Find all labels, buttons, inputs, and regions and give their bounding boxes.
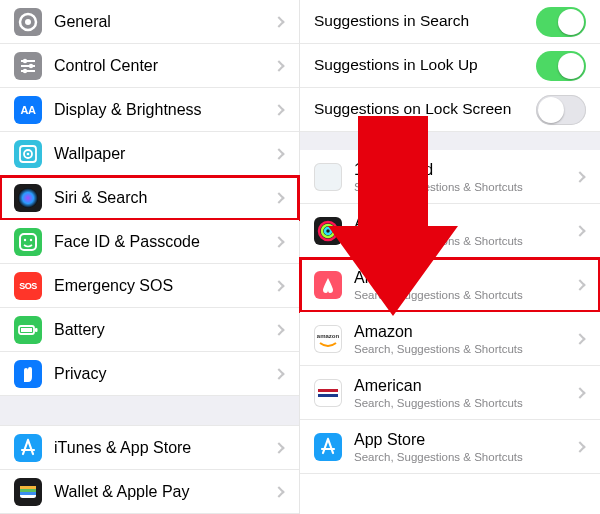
app-sub: Search, Suggestions & Shortcuts [354,451,576,463]
app-sub: Search, Suggestions & Shortcuts [354,181,576,193]
toggle-switch[interactable] [536,95,586,125]
settings-row-itunes-app-store[interactable]: iTunes & App Store [0,426,299,470]
gear-icon [14,8,42,36]
chevron-right-icon [273,16,284,27]
svg-point-1 [25,19,31,25]
settings-row-general[interactable]: General [0,0,299,44]
chevron-right-icon [574,387,585,398]
row-label: Face ID & Passcode [54,232,275,251]
svg-rect-19 [20,486,36,489]
chevron-right-icon [273,486,284,497]
app-name: Airbnb [354,268,576,287]
row-label: Privacy [54,364,275,383]
row-label: Battery [54,320,275,339]
row-label: iTunes & App Store [54,438,275,457]
toggle-switch[interactable] [536,51,586,81]
app-row-amazon[interactable]: amazon Amazon Search, Suggestions & Shor… [300,312,600,366]
appstore-icon [14,434,42,462]
app-row-airbnb[interactable]: Airbnb Search, Suggestions & Shortcuts [300,258,600,312]
svg-point-10 [27,152,30,155]
chevron-right-icon [273,324,284,335]
app-name: App Store [354,430,576,449]
app-name: American [354,376,576,395]
section-spacer [0,396,299,426]
chevron-right-icon [273,442,284,453]
toggle-switch[interactable] [536,7,586,37]
siri-icon [14,184,42,212]
password-icon [314,163,342,191]
wallpaper-icon [14,140,42,168]
appstore-icon [314,433,342,461]
svg-point-6 [29,63,33,67]
svg-rect-21 [20,492,36,495]
svg-text:amazon: amazon [317,333,340,339]
chevron-right-icon [273,192,284,203]
svg-point-11 [18,188,38,208]
app-sub: Search, Suggestions & Shortcuts [354,397,576,409]
settings-row-siri-search[interactable]: Siri & Search [0,176,299,220]
SOS-icon: SOS [14,272,42,300]
chevron-right-icon [574,225,585,236]
toggle-row-suggestions-on-lock-screen[interactable]: Suggestions on Lock Screen [300,88,600,132]
svg-rect-26 [318,389,338,392]
toggle-label: Suggestions on Lock Screen [314,100,536,119]
settings-row-face-id-passcode[interactable]: Face ID & Passcode [0,220,299,264]
row-label: Wallpaper [54,144,275,163]
row-label: Emergency SOS [54,276,275,295]
toggle-label: Suggestions in Search [314,12,536,31]
toggle-row-suggestions-in-look-up[interactable]: Suggestions in Look Up [300,44,600,88]
chevron-right-icon [574,441,585,452]
row-label: General [54,12,275,31]
settings-row-wallpaper[interactable]: Wallpaper [0,132,299,176]
app-name: Amazon [354,322,576,341]
row-label: Control Center [54,56,275,75]
chevron-right-icon [273,104,284,115]
amazon-icon: amazon [314,325,342,353]
chevron-right-icon [574,171,585,182]
svg-rect-12 [20,234,36,250]
settings-row-emergency-sos[interactable]: SOS Emergency SOS [0,264,299,308]
face-icon [14,228,42,256]
chevron-right-icon [273,60,284,71]
app-row-password[interactable]: 1Password Search, Suggestions & Shortcut… [300,150,600,204]
battery-icon [14,316,42,344]
svg-point-13 [24,238,26,240]
app-name: Activity [354,214,576,233]
chevron-right-icon [273,236,284,247]
app-row-activity[interactable]: Activity Search, Suggestions & Shortcuts [300,204,600,258]
american-icon [314,379,342,407]
settings-row-privacy[interactable]: Privacy [0,352,299,396]
svg-rect-27 [318,394,338,397]
toggle-row-suggestions-in-search[interactable]: Suggestions in Search [300,0,600,44]
AA-icon: AA [14,96,42,124]
section-spacer [300,132,600,150]
app-name: 1Password [354,160,576,179]
chevron-right-icon [273,368,284,379]
app-row-american[interactable]: American Search, Suggestions & Shortcuts [300,366,600,420]
svg-point-7 [23,68,27,72]
svg-rect-16 [21,328,32,332]
app-sub: Search, Suggestions & Shortcuts [354,235,576,247]
row-label: Display & Brightness [54,100,275,119]
chevron-right-icon [574,279,585,290]
settings-row-battery[interactable]: Battery [0,308,299,352]
right-panel: Suggestions in Search Suggestions in Loo… [300,0,600,514]
svg-rect-20 [20,489,36,492]
settings-row-control-center[interactable]: Control Center [0,44,299,88]
row-label: Siri & Search [54,188,275,207]
app-row-appstore[interactable]: App Store Search, Suggestions & Shortcut… [300,420,600,474]
chevron-right-icon [273,148,284,159]
svg-rect-17 [35,328,38,332]
sliders-icon [14,52,42,80]
chevron-right-icon [574,333,585,344]
toggle-label: Suggestions in Look Up [314,56,536,75]
row-label: Wallet & Apple Pay [54,482,275,501]
chevron-right-icon [273,280,284,291]
settings-row-wallet-apple-pay[interactable]: Wallet & Apple Pay [0,470,299,514]
app-sub: Search, Suggestions & Shortcuts [354,343,576,355]
hand-icon [14,360,42,388]
settings-row-display-brightness[interactable]: AA Display & Brightness [0,88,299,132]
left-panel: General Control Center AA Display & Brig… [0,0,300,514]
svg-point-24 [325,228,331,234]
svg-point-14 [30,238,32,240]
